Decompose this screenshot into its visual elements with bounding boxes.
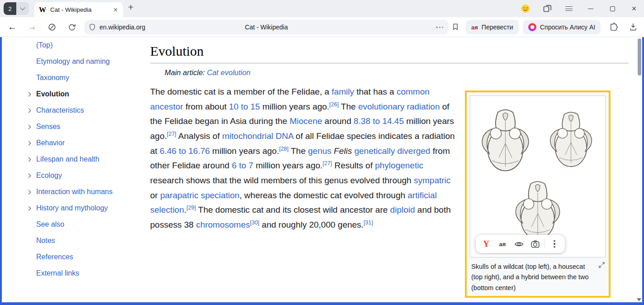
sidebar-item-notes[interactable]: Notes	[27, 233, 147, 249]
wiki-link[interactable]: genetically diverged	[354, 146, 430, 156]
sidebar-item-top[interactable]: (Top)	[27, 37, 147, 53]
yandex-search-image-button[interactable]: Y	[478, 236, 494, 252]
wikipedia-favicon: W	[39, 6, 46, 14]
wiki-link[interactable]: phylogenetic	[375, 161, 423, 170]
ask-alice-button[interactable]: Спросить Алису AI	[523, 20, 601, 34]
vertical-scrollbar[interactable]	[636, 37, 642, 302]
window-maximize-button[interactable]	[608, 4, 617, 13]
close-tab-icon[interactable]: ×	[113, 6, 118, 14]
reference-link[interactable]: [26]	[329, 101, 339, 107]
wiki-link[interactable]: 6.46 to 16.76	[160, 146, 210, 156]
wiki-link[interactable]: family	[331, 87, 354, 96]
chevron-right-icon[interactable]	[27, 142, 36, 145]
wiki-link[interactable]: genus	[308, 146, 331, 156]
wiki-link[interactable]: parapatric	[160, 191, 199, 200]
chevron-right-icon[interactable]	[27, 109, 36, 112]
chevron-right-icon[interactable]	[27, 191, 36, 194]
reference-link[interactable]: [27]	[167, 131, 176, 137]
translate-button[interactable]: ая Перевести	[466, 20, 519, 34]
reference-link[interactable]: [30]	[250, 219, 260, 226]
eye-icon	[514, 239, 524, 249]
wiki-link[interactable]: sympatric	[414, 176, 450, 185]
wiki-link[interactable]: 10 to 15	[229, 102, 260, 111]
wiki-link[interactable]: chromosomes	[196, 220, 250, 229]
nav-buttons: ← →	[7, 17, 77, 37]
avatar-face-icon	[521, 4, 530, 13]
sidebar-item-see-also[interactable]: See also	[27, 216, 147, 233]
side-panel-button[interactable]	[543, 4, 552, 13]
chevron-right-icon[interactable]	[27, 174, 36, 177]
wiki-link[interactable]: diploid	[390, 205, 415, 214]
sidebar-item-label: Taxonomy	[36, 74, 69, 82]
reference-link[interactable]: [28]	[279, 145, 289, 152]
wiki-link[interactable]: Cat evolution	[207, 68, 251, 76]
kebab-icon	[554, 246, 555, 248]
chevron-right-icon	[27, 44, 36, 47]
wiki-link[interactable]: evolutionary radiation	[358, 102, 440, 111]
view-image-button[interactable]	[511, 236, 527, 252]
divider	[545, 239, 545, 249]
wiki-link[interactable]: 6 to 7	[232, 161, 254, 170]
chevron-right-icon[interactable]	[27, 125, 36, 129]
browser-mode-button[interactable]	[47, 22, 57, 32]
wiki-link[interactable]: speciation	[201, 191, 240, 200]
reference-link[interactable]: [29]	[186, 205, 196, 211]
wiki-link[interactable]: mitochondrial DNA	[222, 131, 293, 141]
sidebar-item-external-links[interactable]: External links	[27, 265, 147, 281]
translate-image-button[interactable]: ая	[494, 236, 511, 252]
more-dots-icon	[442, 27, 443, 28]
wiki-link[interactable]: Miocene	[289, 116, 322, 126]
sidebar-item-interaction-with-humans[interactable]: Interaction with humans	[27, 184, 147, 200]
extensions-button[interactable]	[609, 22, 618, 32]
menu-button[interactable]	[564, 4, 573, 13]
figure-image[interactable]: Y ая	[470, 95, 606, 257]
new-tab-button[interactable]: +	[128, 2, 133, 13]
tab-cat-wikipedia[interactable]: W Cat - Wikipedia ×	[34, 2, 123, 17]
scroll-down-arrow[interactable]	[637, 298, 641, 301]
article-paragraph: The domestic cat is a member of the Feli…	[150, 85, 456, 233]
window-close-button[interactable]: ×	[630, 4, 639, 13]
hamburger-icon	[565, 10, 573, 11]
hamburger-icon	[565, 9, 573, 9]
sidebar-item-etymology-and-naming[interactable]: Etymology and naming	[27, 53, 147, 70]
circle-slash-icon	[47, 23, 57, 32]
reference-link[interactable]: [31]	[364, 219, 373, 226]
chevron-right-icon[interactable]	[27, 207, 36, 210]
chevron-right-icon[interactable]	[27, 158, 36, 161]
bookmark-button[interactable]	[451, 23, 459, 31]
sidebar-item-references[interactable]: References	[27, 249, 147, 265]
kebab-icon	[554, 243, 555, 244]
sidebar-item-characteristics[interactable]: Characteristics	[27, 102, 147, 119]
sidebar-item-history-and-mythology[interactable]: History and mythology	[27, 200, 147, 216]
profile-avatar[interactable]	[521, 4, 530, 13]
sidebar-item-behavior[interactable]: Behavior	[27, 135, 147, 151]
translate-button-label: Перевести	[482, 24, 513, 31]
search-by-image-button[interactable]	[527, 236, 543, 252]
sidebar-item-ecology[interactable]: Ecology	[27, 167, 147, 184]
tab-counter-button[interactable]: 2	[4, 2, 29, 15]
reload-button[interactable]	[67, 22, 77, 32]
image-more-options-button[interactable]	[546, 236, 563, 252]
sidebar-item-label: See also	[36, 220, 64, 229]
forward-button[interactable]: →	[27, 22, 37, 32]
window-minimize-button[interactable]	[586, 4, 595, 13]
scrollbar-thumb[interactable]	[638, 38, 641, 76]
puzzle-icon	[609, 22, 618, 32]
browser-toolbar: ← → en.wikipedia.org	[0, 17, 644, 37]
chevron-right-icon[interactable]	[27, 93, 36, 96]
chevron-right-icon	[27, 272, 36, 275]
sidebar-item-taxonomy[interactable]: Taxonomy	[27, 70, 147, 86]
back-button[interactable]: ←	[7, 22, 17, 32]
address-bar[interactable]: en.wikipedia.org Cat - Wikipedia	[84, 20, 449, 34]
sidebar-item-senses[interactable]: Senses	[27, 119, 147, 135]
sidebar-item-evolution[interactable]: Evolution	[27, 86, 147, 102]
reference-link[interactable]: [27]	[322, 160, 332, 167]
address-more-button[interactable]	[436, 27, 443, 28]
chevron-down-icon	[20, 5, 25, 10]
wiki-link[interactable]: 8.38 to 14.45	[354, 116, 404, 126]
downloads-button[interactable]	[629, 22, 638, 31]
sidebar-item-lifespan-and-health[interactable]: Lifespan and health	[27, 151, 147, 167]
tabs-dropdown-button[interactable]	[16, 2, 29, 15]
enlarge-image-button[interactable]	[598, 262, 605, 268]
address-host: en.wikipedia.org	[99, 24, 145, 31]
